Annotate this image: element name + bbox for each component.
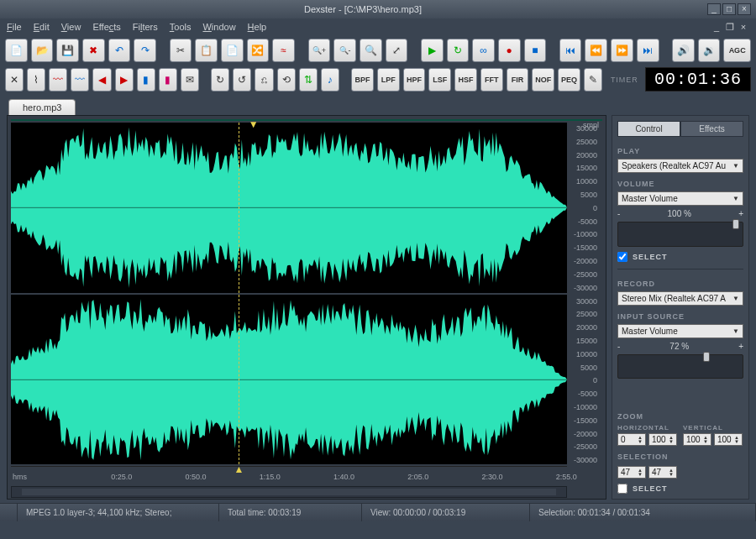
nof-button[interactable]: NOF (532, 68, 554, 92)
menu-file[interactable]: File (7, 22, 22, 32)
speaker-right-button[interactable]: 🔉 (698, 39, 721, 62)
input-slider[interactable] (617, 354, 743, 379)
play-device-dropdown[interactable]: Speakers (Realtek AC97 Au (617, 159, 743, 173)
volume-slider[interactable] (617, 222, 743, 247)
plus-icon[interactable]: + (738, 209, 743, 218)
lpf-button[interactable]: LPF (377, 68, 400, 92)
loop-button[interactable]: ∞ (472, 39, 495, 62)
menu-help[interactable]: Help (248, 22, 267, 32)
file-tab[interactable]: hero.mp3 (8, 99, 76, 115)
fx-button-14[interactable]: ⇅ (299, 68, 318, 92)
playhead-cursor[interactable] (239, 123, 239, 293)
menu-view[interactable]: View (61, 22, 81, 32)
document-tabs: hero.mp3 (0, 97, 756, 115)
fft-button[interactable]: FFT (480, 68, 503, 92)
play-button[interactable]: ▶ (421, 39, 444, 62)
fx-button-10[interactable]: ↻ (211, 68, 229, 92)
mdi-restore-button[interactable]: ❐ (724, 22, 736, 32)
stop-button[interactable]: ■ (524, 39, 547, 62)
zoom-v-top-spinner[interactable]: 100▲▼ (683, 433, 711, 446)
cut-button[interactable]: ✂ (170, 39, 192, 62)
select-checkbox-2[interactable]: SELECT (617, 484, 743, 494)
record-button[interactable]: ● (498, 39, 521, 62)
fx-last-button[interactable]: ✎ (584, 68, 602, 92)
agc-button[interactable]: AGC (723, 39, 750, 62)
window-title: Dexster - [C:\MP3\hero.mp3] (18, 4, 707, 14)
lsf-button[interactable]: LSF (428, 68, 451, 92)
fx-button-9[interactable]: ✉ (181, 68, 199, 92)
zoom-out-button[interactable]: 🔍- (333, 39, 356, 62)
menu-edit[interactable]: Edit (34, 22, 50, 32)
zoom-full-button[interactable]: ⤢ (386, 39, 408, 62)
rewind-button[interactable]: ⏪ (585, 39, 607, 62)
fx-button-8[interactable]: ▮ (159, 68, 177, 92)
paste-button[interactable]: 📄 (221, 39, 244, 62)
select-checkbox-1[interactable]: SELECT (617, 252, 743, 262)
fx-button-13[interactable]: ⟲ (277, 68, 296, 92)
zoom-v-bottom-spinner[interactable]: 100▲▼ (714, 433, 743, 446)
fx-button-15[interactable]: ♪ (321, 68, 339, 92)
zoom-h-start-spinner[interactable]: 0▲▼ (617, 433, 646, 446)
horizontal-scrollbar[interactable] (11, 486, 567, 498)
fx-button-3[interactable]: 〰 (49, 68, 67, 92)
forward-button[interactable]: ⏩ (611, 39, 633, 62)
fx-button-11[interactable]: ↺ (233, 68, 251, 92)
maximize-button[interactable]: □ (722, 3, 736, 15)
zoom-h-end-spinner[interactable]: 100▲▼ (648, 433, 677, 446)
plus-icon[interactable]: + (738, 342, 743, 351)
waveform-left-channel[interactable] (11, 123, 567, 293)
fx-button-12[interactable]: ⎌ (255, 68, 273, 92)
fx-button-7[interactable]: ▮ (137, 68, 155, 92)
fade-in-button[interactable]: ◀ (92, 68, 111, 92)
menu-tools[interactable]: Tools (170, 22, 192, 32)
mdi-minimize-button[interactable]: _ (711, 22, 722, 32)
mix-paste-button[interactable]: 🔀 (247, 39, 270, 62)
delete-button[interactable]: ✖ (82, 39, 105, 62)
toolbar-effects: ✕ ⌇ 〰 〰 ◀ ▶ ▮ ▮ ✉ ↻ ↺ ⎌ ⟲ ⇅ ♪ BPF LPF HP… (0, 65, 756, 97)
play-loop-button[interactable]: ↻ (447, 39, 470, 62)
peq-button[interactable]: PEQ (558, 68, 580, 92)
speaker-left-button[interactable]: 🔊 (672, 39, 695, 62)
playhead-cursor[interactable] (239, 295, 239, 465)
waveform-right-channel[interactable] (11, 295, 567, 465)
input-source-dropdown[interactable]: Master Volume (617, 324, 743, 338)
zoom-in-button[interactable]: 🔍+ (308, 39, 331, 62)
fx-button-1[interactable]: ✕ (5, 68, 24, 92)
copy-button[interactable]: 📋 (195, 39, 218, 62)
close-button[interactable]: × (738, 3, 751, 15)
menu-filters[interactable]: Filters (133, 22, 158, 32)
hsf-button[interactable]: HSF (454, 68, 477, 92)
mix-button[interactable]: ≈ (272, 39, 295, 62)
time-ruler[interactable]: hms ▲ 0:25.00:50.01:15.01:40.02:05.02:30… (11, 466, 567, 483)
minus-icon[interactable]: - (617, 342, 620, 351)
open-button[interactable]: 📂 (31, 39, 54, 62)
tab-control[interactable]: Control (617, 121, 680, 137)
zoom-selection-button[interactable]: 🔍 (360, 39, 382, 62)
status-bar: MPEG 1.0 layer-3; 44,100 kHz; Stereo; To… (0, 503, 756, 521)
overview-bar[interactable]: ▼ (11, 119, 602, 121)
fx-button-4[interactable]: 〰 (71, 68, 89, 92)
bpf-button[interactable]: BPF (351, 68, 374, 92)
fx-button-2[interactable]: ⌇ (27, 68, 45, 92)
menu-window[interactable]: Window (202, 22, 235, 32)
goto-end-button[interactable]: ⏭ (637, 39, 659, 62)
timer-label: TIMER (611, 76, 638, 84)
volume-device-dropdown[interactable]: Master Volume (617, 191, 743, 206)
fade-out-button[interactable]: ▶ (115, 68, 134, 92)
mdi-close-button[interactable]: × (738, 22, 749, 32)
save-button[interactable]: 💾 (56, 39, 79, 62)
undo-button[interactable]: ↶ (108, 39, 131, 62)
fir-button[interactable]: FIR (507, 68, 529, 92)
hpf-button[interactable]: HPF (403, 68, 426, 92)
selection-start-spinner[interactable]: 47▲▼ (617, 466, 646, 479)
menu-effects[interactable]: Effects (92, 22, 120, 32)
goto-begin-button[interactable]: ⏮ (559, 39, 582, 62)
record-device-dropdown[interactable]: Stereo Mix (Realtek AC97 A (617, 291, 743, 306)
selection-end-spinner[interactable]: 47▲▼ (648, 466, 677, 479)
minus-icon[interactable]: - (617, 209, 620, 218)
volume-section-label: VOLUME (617, 180, 743, 188)
new-button[interactable]: 📄 (5, 39, 28, 62)
minimize-button[interactable]: _ (707, 3, 721, 15)
redo-button[interactable]: ↷ (134, 39, 156, 62)
tab-effects[interactable]: Effects (680, 121, 743, 137)
